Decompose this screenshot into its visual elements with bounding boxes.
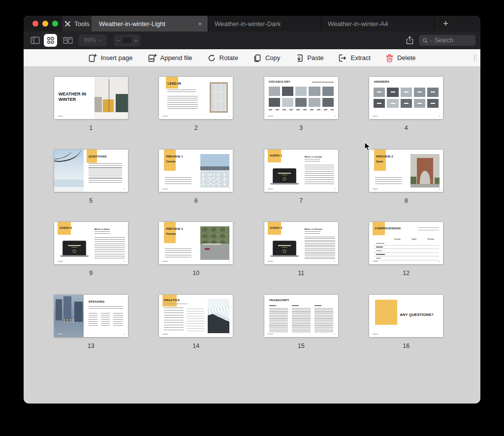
button-label: Copy: [265, 54, 280, 62]
slide-heading: PREVIEW 3: [166, 227, 183, 230]
vietnam-street-photo: [200, 226, 229, 260]
close-window-button[interactable]: [32, 21, 38, 27]
window-photo: [210, 82, 228, 113]
page-thumbnail-1[interactable]: WEATHER IN WINTER 1: [52, 77, 130, 150]
page-thumbnail-7[interactable]: AUDIO 1 Winter in Canada 7: [262, 150, 341, 222]
page-thumbnail-6[interactable]: PREVIEW 1 Canada 6: [157, 150, 235, 222]
laptop-mockup: [270, 168, 299, 185]
page-thumbnail-8[interactable]: PREVIEW 2 Spain 8: [367, 150, 445, 222]
stepper-divider: [123, 37, 131, 43]
thumbnail-grid-view-button[interactable]: [44, 34, 57, 47]
page-thumbnail-3[interactable]: VOCABULARY 3: [262, 77, 341, 150]
spain-arch-photo: [410, 154, 440, 187]
share-button[interactable]: [404, 35, 415, 46]
slide-any-questions: ANY QUESTIONS?: [369, 295, 443, 337]
append-file-button[interactable]: PDF Append file: [148, 54, 192, 62]
page-thumbnail-9[interactable]: AUDIO 2 Winter in Spain 9: [52, 222, 130, 295]
tab-weather-in-winter-dark[interactable]: Weather-in-winter-Dark: [208, 16, 321, 31]
paste-button[interactable]: Paste: [295, 54, 323, 62]
page-thumbnail-13[interactable]: SPEAKING 13: [52, 295, 130, 368]
zoom-in-button[interactable]: +: [131, 36, 140, 44]
page-number-label: 13: [88, 343, 94, 349]
copy-button[interactable]: Copy: [253, 54, 280, 62]
traffic-lights: [32, 21, 58, 27]
toolbar-drag-handle[interactable]: [474, 55, 476, 61]
word-column-placeholder: [89, 313, 97, 327]
slide-practice: PRACTICE: [159, 295, 233, 337]
page-number-label: 1: [89, 125, 93, 131]
zoom-out-button[interactable]: −: [114, 36, 123, 44]
tools-button[interactable]: Tools: [62, 16, 92, 31]
page-thumbnail-14[interactable]: PRACTICE 14: [157, 295, 235, 368]
column-heading-placeholder: [315, 305, 321, 306]
search-scope-chevron-icon[interactable]: [430, 39, 433, 42]
new-tab-button[interactable]: +: [434, 16, 457, 31]
laptop-mockup: [60, 241, 89, 257]
sidebar-toggle-button[interactable]: [30, 35, 40, 45]
slide-subtitle: Vietnam: [166, 232, 176, 235]
minimize-window-button[interactable]: [42, 21, 48, 27]
button-label: Paste: [307, 54, 323, 62]
instruction-placeholder: [418, 227, 439, 230]
rotate-button[interactable]: Rotate: [207, 54, 238, 62]
slide-heading: AUDIO 1: [270, 154, 283, 157]
view-bar: 99% − + Search: [24, 31, 480, 49]
extract-icon: [338, 54, 347, 62]
slide-heading: PREVIEW 2: [376, 155, 393, 158]
text-placeholder: [167, 90, 196, 93]
page-thumbnail-grid: WEATHER IN WINTER 1 LEAD-IN 2 VOCABULARY: [38, 77, 459, 367]
transcript-column-placeholder: [292, 308, 311, 333]
insert-page-button[interactable]: Insert page: [88, 54, 132, 62]
title-bar: Tools Weather-in-winter-Light × Weather-…: [24, 16, 480, 31]
page-number-label: 6: [194, 197, 198, 204]
delete-button[interactable]: Delete: [385, 54, 416, 62]
slide-heading: AUDIO 2: [60, 226, 72, 229]
page-thumbnail-15[interactable]: TRANSCRIPT 15: [262, 295, 341, 368]
page-thumbnail-11[interactable]: AUDIO 3 Winter in Vietnam 11: [262, 222, 341, 295]
close-tab-icon[interactable]: ×: [198, 20, 202, 28]
page-number-label: 2: [194, 125, 198, 131]
bullet-placeholder: [165, 177, 191, 185]
mouse-cursor: [364, 142, 372, 152]
word-column-placeholder: [101, 313, 110, 327]
tab-label: Weather-in-winter-Light: [99, 20, 165, 28]
search-field[interactable]: Search: [419, 35, 475, 46]
icicles-photo: [208, 299, 229, 333]
page-thumbnail-16[interactable]: ANY QUESTIONS? 16: [367, 295, 445, 368]
audio-section-heading: Winter in Canada: [305, 156, 322, 158]
slide-preview-2: PREVIEW 2 Spain: [369, 150, 443, 192]
page-number-label: 3: [299, 125, 303, 131]
svg-text:PDF: PDF: [150, 58, 154, 60]
snowy-street-photo: [94, 77, 128, 119]
page-thumbnail-4[interactable]: ANSWERS 4: [367, 77, 445, 150]
tab-weather-in-winter-a4[interactable]: Weather-in-winter-A4: [321, 16, 434, 31]
table-column-canada: Canada: [389, 238, 406, 240]
button-label: Append file: [160, 54, 192, 62]
page-number-label: 8: [405, 197, 408, 204]
zoom-window-button[interactable]: [52, 21, 58, 27]
page-thumbnail-2[interactable]: LEAD-IN 2: [157, 77, 235, 150]
slide-heading: WEATHER IN WINTER: [59, 92, 94, 102]
slide-vocabulary: VOCABULARY: [264, 77, 338, 119]
slide-audio-1: AUDIO 1 Winter in Canada: [264, 150, 338, 192]
paragraph-placeholder: [305, 237, 335, 260]
question-list-placeholder: [89, 163, 122, 183]
page-thumbnail-10[interactable]: PREVIEW 3 Vietnam 10: [157, 222, 235, 295]
page-thumbnail-12[interactable]: COMPREHENSION Canada Spain Vietnam 12: [367, 222, 445, 295]
text-placeholder: [305, 159, 320, 162]
slide-heading: TRANSCRIPT: [269, 299, 289, 302]
zoom-stepper[interactable]: − +: [114, 34, 140, 46]
tools-label: Tools: [74, 20, 89, 28]
slide-heading: SPEAKING: [89, 300, 105, 303]
zoom-level-dropdown[interactable]: 99%: [78, 34, 107, 46]
tab-weather-in-winter-light[interactable]: Weather-in-winter-Light ×: [92, 16, 208, 31]
table-column-spain: Spain: [406, 238, 422, 240]
page-thumbnail-5[interactable]: QUESTIONS 5: [52, 150, 130, 222]
extract-button[interactable]: Extract: [338, 54, 370, 62]
slide-transcript: TRANSCRIPT: [264, 295, 338, 337]
slide-heading: PREVIEW 1: [166, 155, 183, 158]
column-heading-placeholder: [269, 305, 276, 306]
page-view-button[interactable]: [63, 35, 73, 45]
audio-section-heading: Winter in Spain: [94, 228, 110, 230]
slide-preview-3: PREVIEW 3 Vietnam: [159, 222, 233, 264]
